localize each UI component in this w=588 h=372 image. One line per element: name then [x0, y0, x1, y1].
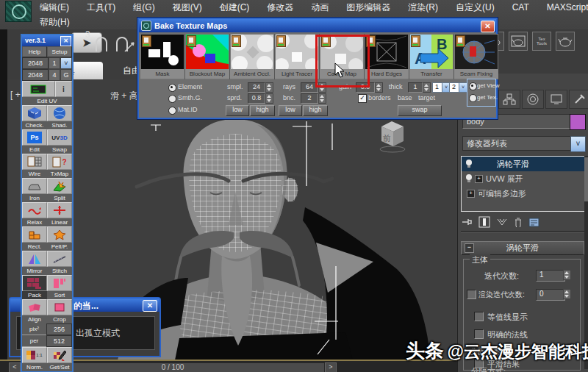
viewcube[interactable]: 前 — [380, 121, 405, 152]
stack-item-unwrap-uvw[interactable]: + UVW 展开 — [462, 171, 585, 186]
expand-icon[interactable]: + — [467, 190, 475, 198]
map-mask[interactable]: Mask — [140, 34, 185, 79]
show-end-result-icon[interactable] — [478, 216, 490, 228]
menu-graph-editors[interactable]: 图形编辑器 — [346, 1, 390, 14]
map-transfer[interactable]: AB Transfer — [409, 34, 454, 79]
stack-item-turbosmooth[interactable]: 涡轮平滑 — [462, 157, 585, 171]
thick-spinner[interactable] — [423, 82, 431, 93]
map-size-field-2[interactable]: 2048 — [22, 69, 49, 81]
high1-button[interactable]: high — [250, 105, 275, 116]
object-color-swatch[interactable] — [570, 114, 586, 130]
smpl-spinner[interactable] — [265, 82, 273, 93]
tab-motion[interactable] — [522, 90, 544, 109]
txmap-clipboard-icon[interactable]: ? — [47, 154, 72, 170]
menu-help[interactable]: 帮助(H) — [40, 16, 70, 29]
menu-group[interactable]: 组(G) — [133, 1, 154, 14]
low2-button[interactable]: low — [279, 105, 302, 116]
time-next-button[interactable]: > — [325, 362, 337, 372]
menu-customize[interactable]: 自定义(U) — [456, 1, 495, 14]
menu-tools[interactable]: 工具(T) — [87, 1, 115, 14]
get-tex-radio[interactable] — [469, 94, 477, 102]
borders-checkbox[interactable]: ✓ — [358, 94, 367, 103]
isoline-checkbox[interactable] — [474, 312, 484, 321]
uv-editor-icon[interactable] — [22, 81, 55, 97]
render-iterations-checkbox[interactable] — [467, 290, 476, 299]
pix-value-field[interactable]: 256 — [46, 323, 72, 335]
size1-index[interactable]: 1 — [49, 57, 60, 69]
info-icon[interactable]: i — [55, 81, 72, 97]
snap-toggle-icons[interactable] — [93, 35, 137, 54]
menu-animation[interactable]: 动画 — [311, 1, 329, 14]
iterations-field[interactable]: 1 — [536, 270, 565, 282]
time-prev-button[interactable]: < — [9, 362, 21, 372]
thick-field[interactable]: 1 — [408, 82, 423, 93]
material-id-radio[interactable] — [168, 107, 176, 115]
help-button[interactable]: Help — [22, 46, 47, 57]
map-seam-fixing[interactable]: Seam Fixing — [454, 34, 498, 79]
make-unique-icon[interactable] — [496, 218, 508, 226]
remove-modifier-icon[interactable] — [514, 217, 523, 227]
tab-hierarchy[interactable] — [498, 90, 520, 109]
sprd-field[interactable]: 0.8 — [248, 93, 265, 104]
stitch-icon[interactable] — [47, 251, 72, 267]
pin-stack-icon[interactable] — [461, 217, 473, 227]
modifier-on-icon[interactable] — [465, 160, 473, 168]
dialog-title-bar[interactable]: Bake Texture Maps ✕ — [139, 19, 496, 32]
one-to-one-icon[interactable]: 1:1 — [22, 347, 47, 363]
sprd-spinner[interactable] — [265, 93, 273, 104]
size-dropdown-arrow[interactable]: ˅ — [60, 57, 72, 69]
map-blockout[interactable]: Blockout Map — [185, 34, 230, 79]
textools-icon[interactable]: TexTools — [532, 32, 551, 51]
render-production-icon[interactable] — [556, 32, 575, 51]
bnc-spinner[interactable] — [318, 93, 326, 104]
rectify-icon[interactable] — [22, 226, 47, 243]
smpl-field[interactable]: 24 — [248, 82, 265, 93]
checker-cube-icon[interactable] — [22, 105, 47, 121]
configure-modifier-sets-icon[interactable] — [528, 217, 540, 227]
map-hard-edges[interactable]: Hard Edges — [365, 34, 409, 79]
menu-edit[interactable]: 编辑(E) — [40, 1, 69, 14]
map-size-field-1[interactable]: 2048 — [22, 57, 49, 69]
modifier-list-dropdown[interactable]: 修改器列表 — [462, 136, 575, 151]
tab-display[interactable] — [545, 90, 567, 109]
map-ambient-occl[interactable]: Ambient Occl. — [230, 34, 275, 79]
low1-button[interactable]: low — [226, 105, 249, 116]
high2-button[interactable]: high — [303, 105, 328, 116]
size2-index[interactable]: 4 — [49, 69, 60, 81]
get-view-radio[interactable] — [469, 82, 477, 90]
stack-item-editable-poly[interactable]: + 可编辑多边形 — [462, 186, 585, 201]
menu-modifiers[interactable]: 修改器 — [267, 1, 293, 14]
pelt-icon[interactable] — [47, 226, 72, 243]
dialog-close-button[interactable]: ✕ — [481, 21, 495, 32]
menu-cat[interactable]: CAT — [512, 2, 529, 12]
render-iterations-spinner[interactable] — [563, 289, 571, 299]
dropdown-arrow-icon[interactable]: ˅ — [459, 83, 467, 92]
panel-scrollbar[interactable] — [584, 156, 588, 369]
mirror-icon[interactable] — [22, 251, 47, 267]
shaded-sphere-icon[interactable] — [47, 105, 72, 121]
render-iterations-field[interactable]: 0 — [536, 289, 565, 301]
smoothing-groups-radio[interactable] — [168, 95, 176, 103]
channel2-dropdown[interactable]: 2˅ — [449, 82, 467, 93]
element-radio[interactable] — [168, 84, 176, 92]
split-icon[interactable] — [47, 178, 72, 194]
bnc-field[interactable]: 2 — [301, 93, 318, 104]
gain-spinner[interactable] — [375, 82, 383, 93]
photoshop-icon[interactable]: Ps — [22, 129, 47, 146]
menu-rendering[interactable]: 渲染(R) — [408, 1, 438, 14]
palette-close-button[interactable]: ✕ — [60, 36, 71, 46]
iron-icon[interactable] — [22, 178, 47, 194]
iterations-spinner[interactable] — [563, 270, 571, 280]
isolation-close-button[interactable]: ✕ — [143, 300, 157, 312]
modifier-on-icon[interactable] — [465, 174, 473, 183]
swap-button[interactable]: swap — [398, 105, 442, 116]
pack-icon[interactable] — [22, 275, 47, 291]
viewport-label-left[interactable]: [ + — [10, 90, 21, 100]
align-icon[interactable] — [22, 299, 47, 315]
relax-icon[interactable] — [22, 202, 47, 218]
wire-clipboard-icon[interactable] — [22, 154, 47, 170]
getset-dropper-icon[interactable] — [47, 347, 72, 363]
sort-icon[interactable] — [47, 275, 72, 291]
channel1-dropdown[interactable]: 1˅ — [432, 82, 451, 93]
map-light-tracer[interactable]: Light Tracer — [275, 34, 320, 79]
